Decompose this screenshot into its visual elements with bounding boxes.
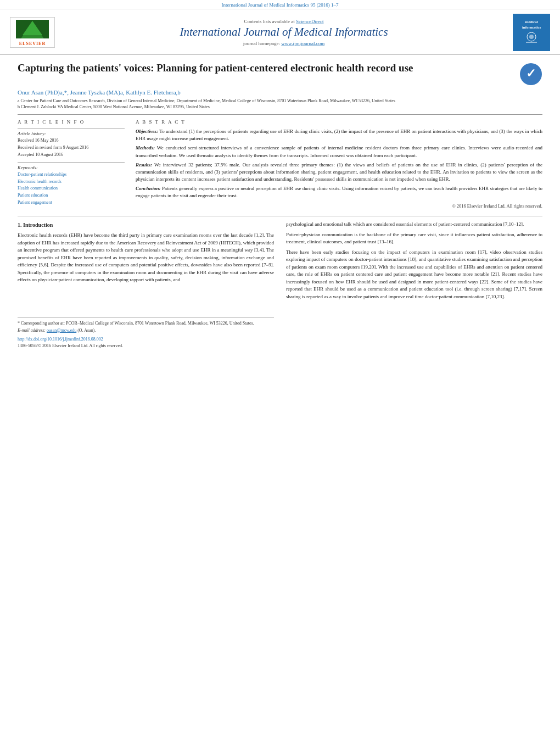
keyword-4: Patient education	[18, 192, 125, 199]
intro-para-3: Patient-physician communication is the b…	[286, 231, 542, 246]
copyright-text: © 2016 Elsevier Ireland Ltd. All rights …	[136, 203, 542, 209]
keyword-3: Health communication	[18, 185, 125, 192]
methods-text: We conducted semi-structured interviews …	[136, 145, 542, 158]
issn-line: 1386-5056/© 2016 Elsevier Ireland Ltd. A…	[18, 343, 274, 349]
abstract-heading: A B S T R A C T	[136, 119, 542, 125]
email-label: E-mail address:	[18, 328, 46, 333]
journal-header: ELSEVIER Contents lists available at Sci…	[0, 9, 560, 55]
article-title-section: Capturing the patients' voices: Planning…	[18, 62, 542, 86]
svg-point-6	[529, 35, 534, 39]
email-link[interactable]: oasan@mcw.edu	[47, 328, 76, 333]
results-label: Results:	[136, 162, 152, 168]
objectives-para: Objectives: To understand (1) the percep…	[136, 128, 542, 142]
conclusion-label: Conclusion:	[136, 186, 161, 191]
crossmark-icon: ✓	[519, 63, 542, 86]
doi-line[interactable]: http://dx.doi.org/10.1016/j.ijmedinf.201…	[18, 336, 274, 343]
sciencedirect-link[interactable]: ScienceDirect	[296, 19, 323, 24]
homepage-url[interactable]: www.ijmijournal.com	[281, 41, 324, 46]
elsevier-tree-icon	[16, 20, 49, 41]
article-title: Capturing the patients' voices: Planning…	[18, 62, 519, 75]
keyword-2: Electronic health records	[18, 178, 125, 186]
article-info-heading: A R T I C L E I N F O	[18, 119, 125, 125]
keyword-1: Doctor-patient relationships	[18, 171, 125, 178]
two-col-section: A R T I C L E I N F O Article history: R…	[18, 114, 542, 209]
corresponding-author: * Corresponding author at: PCOR–Medical …	[18, 320, 274, 326]
journal-homepage: journal homepage: www.ijmijournal.com	[63, 41, 505, 46]
abstract-col: A B S T R A C T Objectives: To understan…	[136, 119, 542, 209]
history-section: Article history: Received 16 May 2016 Re…	[18, 128, 125, 158]
section-divider	[18, 216, 542, 216]
conclusion-para: Conclusion: Patients generally express a…	[136, 185, 542, 199]
journal-title: International Journal of Medical Informa…	[63, 25, 505, 39]
conclusion-text: Patients generally express a positive or…	[136, 186, 542, 198]
keywords-section: Keywords: Doctor-patient relationships E…	[18, 162, 125, 207]
email-suffix: (O. Asan).	[77, 328, 96, 333]
section-heading: 1. Introduction	[18, 221, 274, 229]
svg-rect-4	[16, 38, 49, 41]
top-bar: International Journal of Medical Informa…	[0, 0, 560, 9]
methods-label: Methods:	[136, 145, 155, 150]
sciencedirect-notice: Contents lists available at ScienceDirec…	[63, 19, 505, 24]
journal-center: Contents lists available at ScienceDirec…	[55, 19, 513, 46]
methods-para: Methods: We conducted semi-structured in…	[136, 144, 542, 159]
intro-col-right: psychological and emotional talk which a…	[286, 221, 542, 349]
history-label: Article history:	[18, 131, 125, 136]
intro-para-1: Electronic health records (EHR) have bec…	[18, 232, 274, 284]
journal-thumbnail: medicalinformatics	[513, 14, 550, 51]
journal-thumb-icon	[523, 31, 540, 45]
objectives-label: Objectives:	[136, 129, 158, 134]
received-date: Received 16 May 2016	[18, 137, 125, 144]
received-revised-date: Received in revised form 9 August 2016	[18, 144, 125, 152]
article-info-col: A R T I C L E I N F O Article history: R…	[18, 119, 125, 209]
affiliation-b: b Clement J. Zablocki VA Medical Center,…	[18, 104, 542, 110]
keywords-label: Keywords:	[18, 165, 125, 170]
elsevier-text: ELSEVIER	[19, 41, 46, 46]
section-number: 1.	[18, 222, 22, 228]
results-para: Results: We interviewed 32 patients; 37.…	[136, 161, 542, 183]
accepted-date: Accepted 10 August 2016	[18, 152, 125, 159]
footnote-area: * Corresponding author at: PCOR–Medical …	[18, 317, 274, 334]
main-content: 1. Introduction Electronic health record…	[18, 221, 542, 349]
keyword-5: Patient engagement	[18, 199, 125, 207]
objectives-text: To understand (1) the perceptions of pat…	[136, 129, 542, 141]
section-title: Introduction	[23, 222, 53, 228]
intro-para-4: There have been early studies focusing o…	[286, 249, 542, 301]
content-wrapper: Capturing the patients' voices: Planning…	[0, 55, 560, 355]
email-line: E-mail address: oasan@mcw.edu (O. Asan).	[18, 327, 274, 334]
results-text: We interviewed 32 patients; 37.5% male. …	[136, 162, 542, 182]
svg-text:✓: ✓	[526, 66, 536, 80]
elsevier-logo: ELSEVIER	[10, 17, 55, 48]
affiliation-a: a Center for Patient Care and Outcomes R…	[18, 98, 542, 104]
authors: Onur Asan (PhD)a,*, Jeanne Tyszka (MA)a,…	[18, 89, 542, 96]
intro-para-2: psychological and emotional talk which a…	[286, 221, 542, 228]
journal-reference: International Journal of Medical Informa…	[221, 2, 338, 8]
intro-col-left: 1. Introduction Electronic health record…	[18, 221, 274, 349]
abstract-text: Objectives: To understand (1) the percep…	[136, 128, 542, 209]
